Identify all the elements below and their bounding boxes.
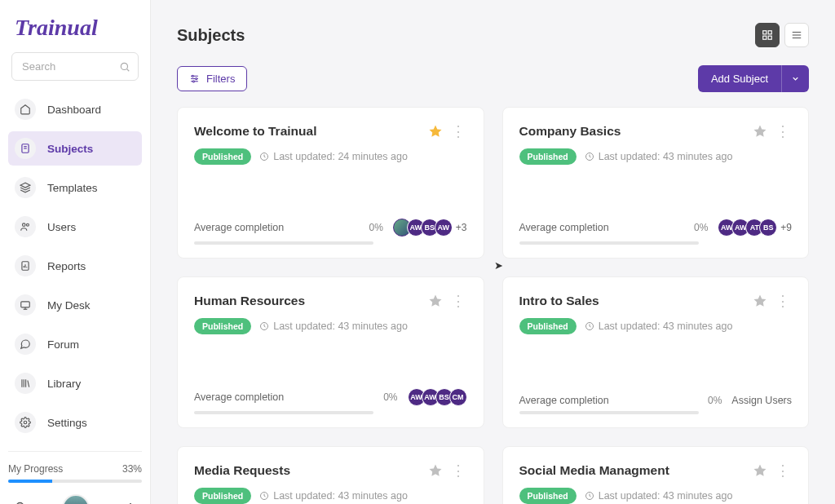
status-badge: Published [519, 488, 577, 504]
svg-point-0 [121, 63, 127, 69]
clock-icon [259, 321, 269, 331]
svg-point-32 [192, 81, 194, 82]
subject-card[interactable]: Human Resources ⋮ Published Last updated… [177, 276, 484, 428]
sidebar-item-label: Settings [47, 417, 87, 429]
card-menu-icon[interactable]: ⋮ [449, 122, 467, 140]
add-subject-dropdown[interactable] [781, 65, 809, 92]
sidebar-item-label: Dashboard [47, 104, 101, 116]
subject-card[interactable]: Media Requests ⋮ Published Last updated:… [177, 446, 484, 504]
svg-marker-35 [754, 126, 767, 137]
updated-text: Last updated: 43 minutes ago [585, 490, 733, 502]
progress-percent: 33% [122, 463, 142, 475]
card-menu-icon[interactable]: ⋮ [774, 462, 792, 480]
sidebar-item-label: Users [47, 221, 76, 233]
my-progress: My Progress 33% ⋮ [8, 451, 142, 504]
svg-rect-23 [768, 36, 771, 39]
subject-card[interactable]: Welcome to Trainual ⋮ Published Last upd… [177, 107, 484, 259]
stack-icon [15, 177, 36, 198]
sidebar-item-label: My Desk [47, 299, 91, 312]
doc-icon [15, 138, 36, 159]
completion-bar [519, 411, 699, 414]
card-menu-icon[interactable]: ⋮ [449, 462, 467, 480]
card-menu-icon[interactable]: ⋮ [774, 122, 792, 140]
star-icon[interactable] [428, 463, 443, 478]
card-title: Company Basics [519, 124, 753, 139]
subject-card[interactable]: Social Media Managment ⋮ Published Last … [502, 446, 810, 504]
svg-rect-21 [768, 31, 771, 34]
add-subject-button[interactable]: Add Subject [698, 65, 781, 92]
grid-view-button[interactable] [755, 23, 780, 47]
assigned-avatars[interactable]: AW AW AT BS +9 [718, 219, 792, 237]
completion-bar [519, 241, 699, 245]
sidebar-item-reports[interactable]: Reports [8, 249, 142, 283]
star-icon[interactable] [428, 124, 443, 139]
completion-label: Average completion [194, 222, 284, 233]
assign-users-link[interactable]: Assign Users [731, 395, 792, 406]
add-subject-group: Add Subject [698, 65, 809, 92]
nav: Dashboard Subjects Templates Users Repor… [8, 92, 142, 444]
card-title: Intro to Sales [519, 294, 753, 308]
status-badge: Published [519, 148, 577, 165]
assigned-avatars[interactable]: AW BS AW +3 [393, 219, 467, 237]
list-view-button[interactable] [784, 23, 809, 47]
notifications-icon[interactable] [13, 502, 27, 505]
svg-marker-41 [429, 465, 441, 476]
clock-icon [585, 491, 594, 501]
updated-text: Last updated: 43 minutes ago [585, 321, 733, 332]
sidebar-item-forum[interactable]: Forum [8, 327, 142, 361]
svg-point-19 [24, 421, 27, 424]
star-icon[interactable] [753, 124, 767, 139]
sidebar-item-label: Subjects [47, 143, 93, 155]
star-icon[interactable] [753, 294, 767, 308]
card-menu-icon[interactable]: ⋮ [449, 292, 467, 310]
status-badge: Published [194, 318, 251, 334]
svg-rect-12 [21, 302, 30, 307]
progress-label: My Progress [8, 463, 63, 475]
svg-marker-39 [754, 295, 767, 307]
sidebar-item-library[interactable]: Library [8, 366, 142, 400]
sidebar-item-templates[interactable]: Templates [8, 170, 142, 205]
status-badge: Published [194, 488, 251, 504]
completion-label: Average completion [519, 395, 609, 406]
user-menu-icon[interactable]: ⋮ [124, 501, 137, 505]
svg-point-6 [23, 223, 26, 227]
svg-marker-5 [20, 183, 30, 188]
sidebar-item-dashboard[interactable]: Dashboard [8, 92, 142, 126]
sidebar-item-settings[interactable]: Settings [8, 405, 142, 440]
svg-point-30 [192, 75, 193, 77]
library-icon [15, 373, 36, 394]
sidebar: Trainual Dashboard Subjects Templates [0, 0, 151, 504]
completion-bar [194, 411, 373, 414]
card-menu-icon[interactable]: ⋮ [774, 292, 792, 310]
chat-icon [15, 334, 36, 355]
avatar: AW [435, 219, 453, 237]
card-title: Media Requests [194, 463, 428, 478]
filters-button[interactable]: Filters [177, 66, 247, 91]
sidebar-item-label: Forum [47, 338, 79, 351]
svg-marker-37 [429, 295, 441, 307]
main-content: Subjects Filters Add Subject Welcome to … [151, 0, 835, 504]
star-icon[interactable] [428, 294, 443, 308]
sidebar-item-users[interactable]: Users [8, 210, 142, 244]
avatar: BS [759, 219, 777, 237]
avatar: CM [449, 388, 467, 406]
gear-icon [15, 412, 36, 433]
assigned-avatars[interactable]: AW AW BS CM [408, 388, 467, 406]
svg-rect-20 [763, 31, 767, 34]
clock-icon [585, 321, 594, 331]
cards-grid: Welcome to Trainual ⋮ Published Last upd… [177, 107, 809, 504]
home-icon [15, 99, 36, 120]
completion-pct: 0% [369, 222, 382, 233]
more-count: +3 [456, 222, 467, 233]
view-toggle [755, 23, 809, 47]
desk-icon [15, 294, 36, 316]
status-badge: Published [194, 148, 251, 165]
subject-card[interactable]: Company Basics ⋮ Published Last updated:… [502, 107, 810, 259]
sidebar-item-label: Templates [47, 182, 98, 194]
sidebar-item-subjects[interactable]: Subjects [8, 131, 142, 166]
completion-bar [194, 241, 373, 245]
star-icon[interactable] [753, 463, 767, 478]
sidebar-item-my-desk[interactable]: My Desk [8, 288, 142, 322]
user-avatar[interactable] [62, 494, 90, 504]
subject-card[interactable]: Intro to Sales ⋮ Published Last updated:… [502, 276, 810, 428]
